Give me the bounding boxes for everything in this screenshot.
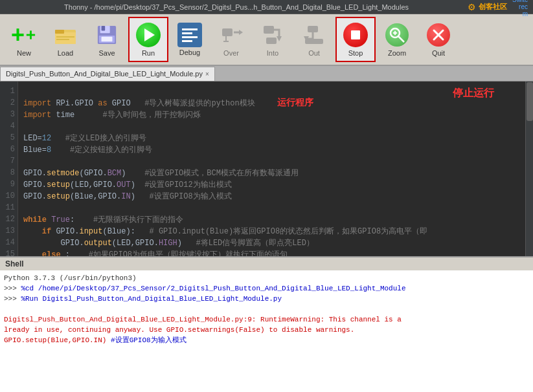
new-icon — [11, 22, 37, 48]
quit-icon — [425, 22, 451, 48]
code-content[interactable]: import RPi.GPIO as GPIO #导入树莓派提供的python模… — [18, 82, 525, 256]
stop-button[interactable]: Stop — [335, 17, 376, 62]
editor-scrollbar[interactable] — [525, 82, 533, 256]
save-button[interactable]: Save — [87, 17, 127, 62]
tab-bar: Digitsl_Push_Button_And_Digital_Blue_LED… — [0, 66, 533, 82]
save-label: Save — [98, 49, 115, 57]
into-label: Into — [267, 49, 278, 57]
run-label: Run — [142, 49, 155, 57]
zoom-icon — [384, 22, 410, 48]
debug-icon — [177, 23, 202, 47]
save-icon — [94, 22, 120, 48]
over-icon — [218, 22, 244, 48]
new-button[interactable]: New — [4, 17, 44, 62]
out-label: Out — [308, 49, 320, 57]
shell-header: Shell — [0, 256, 533, 270]
svg-rect-12 — [222, 28, 232, 36]
load-button[interactable]: Load — [45, 17, 85, 62]
toolbar: New Load Save — [0, 14, 533, 66]
switch-link[interactable]: Switc rec m — [512, 0, 528, 17]
svg-rect-6 — [56, 39, 69, 40]
svg-rect-14 — [264, 26, 274, 34]
editor-container: 12345 678910 1112131415 1617 import RPi.… — [0, 82, 533, 256]
tab-close[interactable]: × — [205, 71, 209, 78]
shell-line-err3: GPIO.setup(Blue,GPIO.IN) #设置GPIO8为输入模式 — [4, 335, 529, 345]
load-icon — [52, 22, 78, 48]
into-button[interactable]: Into — [253, 17, 293, 62]
shell-content[interactable]: Python 3.7.3 (/usr/bin/python3) >>> %cd … — [0, 270, 533, 392]
line-numbers: 12345 678910 1112131415 1617 — [0, 82, 18, 256]
shell-line-blank — [4, 304, 529, 314]
svg-rect-4 — [55, 30, 64, 34]
run-button[interactable]: Run — [128, 17, 168, 62]
svg-rect-3 — [55, 32, 76, 44]
svg-rect-11 — [102, 37, 113, 42]
svg-rect-9 — [102, 26, 106, 31]
svg-line-21 — [398, 36, 404, 42]
run-icon — [135, 22, 161, 48]
shell-line-run: >>> %Run Digitsl_Push_Button_And_Digital… — [4, 294, 529, 304]
debug-label: Debug — [179, 49, 200, 56]
svg-marker-13 — [239, 30, 243, 35]
file-tab[interactable]: Digitsl_Push_Button_And_Digital_Blue_LED… — [0, 67, 215, 81]
into-icon — [260, 22, 286, 48]
shell-line-err2: lready in use, continuing anyway. Use GP… — [4, 325, 529, 335]
svg-rect-19 — [305, 39, 323, 44]
shell-line-err1: Digitsl_Push_Button_And_Digital_Blue_LED… — [4, 314, 529, 325]
editor-area[interactable]: 12345 678910 1112131415 1617 import RPi.… — [0, 82, 525, 256]
out-button[interactable]: Out — [294, 17, 334, 62]
over-button[interactable]: Over — [211, 17, 251, 62]
svg-rect-5 — [56, 36, 74, 38]
zoom-button[interactable]: Zoom — [377, 17, 417, 62]
out-icon — [301, 22, 327, 48]
zoom-label: Zoom — [388, 49, 406, 57]
shell-line-cd: >>> %cd /home/pi/Desktop/37_Pcs_Sensor/2… — [4, 283, 529, 294]
svg-marker-15 — [277, 36, 282, 41]
load-label: Load — [58, 49, 73, 57]
stop-annotation: 停止运行 — [453, 87, 494, 100]
new-label: New — [17, 49, 31, 57]
quit-button[interactable]: Quit — [418, 17, 459, 62]
tab-filename: Digitsl_Push_Button_And_Digital_Blue_LED… — [6, 70, 203, 78]
over-label: Over — [223, 49, 239, 57]
quit-label: Quit — [432, 49, 445, 57]
debug-button[interactable]: Debug — [170, 17, 210, 62]
svg-rect-17 — [308, 26, 318, 32]
brand-badge: ⚙ 创客社区 — [468, 2, 507, 12]
title-text: Thonny - /home/pi/Desktop/37_Pcs_Sensor/… — [5, 3, 468, 11]
stop-icon — [343, 22, 369, 48]
shell-title: Shell — [5, 259, 24, 268]
svg-rect-16 — [266, 38, 277, 44]
scroll-thumb[interactable] — [527, 82, 533, 121]
title-bar: Thonny - /home/pi/Desktop/37_Pcs_Sensor/… — [0, 0, 533, 14]
shell-line-python: Python 3.7.3 (/usr/bin/python3) — [4, 273, 529, 283]
stop-label: Stop — [348, 49, 363, 57]
